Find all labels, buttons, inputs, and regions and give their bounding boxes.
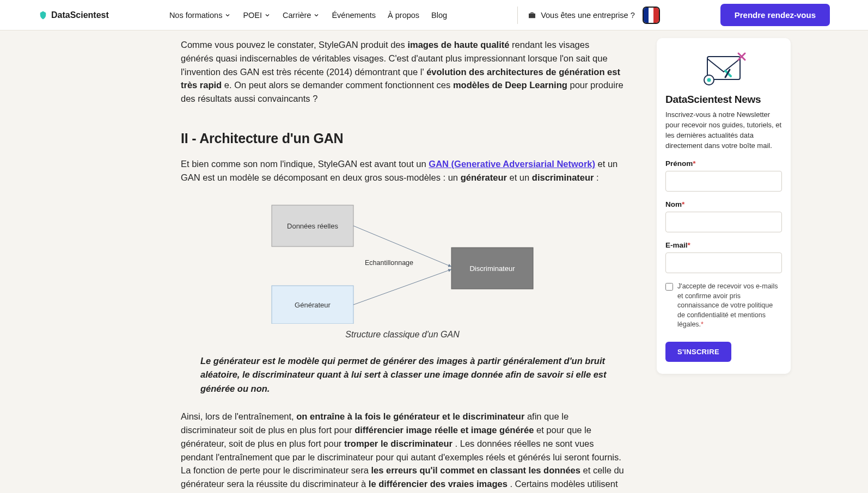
main-nav: Nos formations POEI Carrière Événements … [169,11,447,20]
brand-name: DataScientest [51,10,109,20]
nav-blog-label: Blog [431,11,447,20]
lastname-label: Nom* [665,200,782,208]
flag-stripe-red [653,8,658,23]
paragraph-training: Ainsi, lors de l'entraînement, on entraî… [181,410,624,493]
brand[interactable]: DataScientest [38,10,109,20]
text-bold: tromper le discriminateur [344,439,453,448]
gan-link[interactable]: GAN (Generative Adversiarial Network) [429,159,595,169]
label-text: Prénom [665,159,693,168]
diagram-caption: Structure classique d'un GAN [181,328,624,341]
nav-formations-label: Nos formations [169,11,223,20]
quote-block: Le générateur est le modèle qui permet d… [200,354,624,396]
text-bold: générateur [461,172,507,182]
firstname-label: Prénom* [665,159,782,168]
nav-poei[interactable]: POEI [243,11,271,20]
paragraph-intro: Comme vous pouvez le constater, StyleGAN… [181,38,624,106]
section-heading: II - Architecture d'un GAN [181,128,624,149]
text: Et bien comme son nom l'indique, StyleGA… [181,159,429,169]
nav-evenements-label: Événements [332,11,376,20]
nav-evenements[interactable]: Événements [332,11,376,20]
field-email: E-mail* [665,241,782,273]
text-bold: le différencier des vraies images [369,479,508,489]
lastname-input[interactable] [665,212,782,232]
nav-apropos-label: À propos [388,11,419,20]
consent-text: J'accepte de recevoir vos e-mails et con… [677,282,782,330]
field-lastname: Nom* [665,200,782,232]
consent-label: J'accepte de recevoir vos e-mails et con… [677,282,778,328]
nav-carriere[interactable]: Carrière [283,11,320,20]
consent-row: J'accepte de recevoir vos e-mails et con… [665,282,782,330]
email-label: E-mail* [665,241,782,249]
email-input[interactable] [665,252,782,273]
briefcase-icon [528,11,536,20]
language-flag-fr[interactable] [643,7,660,24]
diagram-node-disc: Discriminateur [469,264,515,273]
text-bold: les erreurs qu'il commet en classant les… [371,465,580,475]
diagram-node-real: Données réelles [287,222,338,230]
text-bold: modèles de Deep Learning [453,80,567,90]
subscribe-button[interactable]: S'INSCRIRE [665,342,731,362]
gan-diagram-svg: Données réelles Générateur Discriminateu… [266,199,539,324]
chevron-down-icon [264,12,271,19]
nav-poei-label: POEI [243,11,262,20]
text-bold: on entraîne à la fois le générateur et l… [296,411,524,421]
diagram-node-gen: Générateur [295,301,331,309]
consent-checkbox[interactable] [665,283,673,291]
subscribe-label: S'INSCRIRE [677,348,719,356]
svg-line-4 [353,269,451,305]
nav-blog[interactable]: Blog [431,11,447,20]
nav-formations[interactable]: Nos formations [169,11,231,20]
article-body: Comme vous pouvez le constater, StyleGAN… [181,38,624,493]
diagram-edge-label: Echantillonnage [365,259,413,267]
enterprise-link[interactable]: Vous êtes une entreprise ? [528,11,635,20]
text: : [596,172,599,182]
text-bold: images de haute qualité [407,40,509,50]
brand-logo-icon [38,10,48,20]
text-bold: discriminateur [532,172,594,182]
chevron-down-icon [224,12,231,19]
text: Comme vous pouvez le constater, StyleGAN… [181,40,407,50]
field-firstname: Prénom* [665,159,782,192]
enterprise-label: Vous êtes une entreprise ? [541,11,635,20]
newsletter-desc: Inscrivez-vous à notre Newsletter pour r… [665,110,782,151]
vertical-separator [517,7,518,24]
top-header: DataScientest Nos formations POEI Carriè… [0,0,868,30]
newsletter-icon [699,50,748,88]
chevron-down-icon [313,12,320,19]
nav-carriere-label: Carrière [283,11,311,20]
firstname-input[interactable] [665,171,782,192]
text: et un [510,172,532,182]
newsletter-title: DataScientest News [665,94,782,106]
cta-rendezvous-label: Prendre rendez-vous [735,10,816,20]
nav-apropos[interactable]: À propos [388,11,419,20]
gan-diagram: Données réelles Générateur Discriminateu… [181,199,624,324]
cta-rendezvous-button[interactable]: Prendre rendez-vous [720,4,830,26]
label-text: E-mail [665,241,688,249]
text: e. On peut alors se demander comment fon… [224,80,453,90]
flag-stripe-blue [644,8,649,23]
text-bold: différencier image réelle et image génér… [354,425,534,435]
flag-stripe-white [649,8,653,23]
svg-point-7 [707,78,711,82]
label-text: Nom [665,200,682,208]
text: Ainsi, lors de l'entraînement, [181,411,296,421]
newsletter-card: DataScientest News Inscrivez-vous à notr… [657,38,791,374]
paragraph-gan-def: Et bien comme son nom l'indique, StyleGA… [181,157,624,184]
sidebar: DataScientest News Inscrivez-vous à notr… [657,38,791,493]
